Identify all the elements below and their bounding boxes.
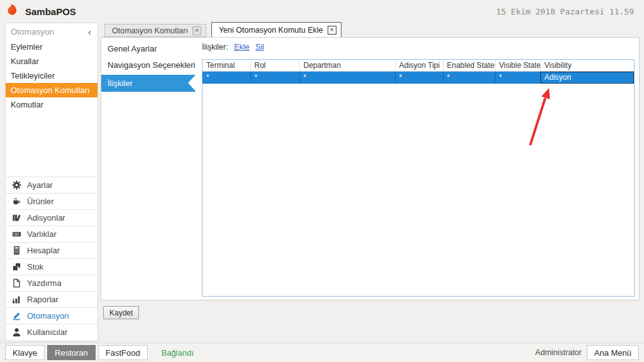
sidebar-item-otomasyon[interactable]: Otomasyon bbox=[6, 307, 97, 324]
boxes-icon bbox=[11, 262, 21, 272]
table-cell[interactable]: * bbox=[203, 72, 250, 84]
app-title: SambaPOS bbox=[25, 6, 76, 17]
column-header-visibility[interactable]: Visibility bbox=[540, 60, 634, 72]
menu-label: Stok bbox=[27, 262, 43, 272]
sidebar-item-eylemler[interactable]: Eylemler bbox=[6, 40, 97, 54]
sidebar-item-komutlar[interactable]: Komutlar bbox=[6, 97, 97, 112]
column-header-adisyon-tipi[interactable]: Adisyon Tipi bbox=[395, 60, 443, 72]
menu-label: Hesaplar bbox=[27, 246, 60, 255]
menu-label: Raporlar bbox=[27, 295, 58, 304]
menu-label: Ayarlar bbox=[27, 180, 53, 190]
table-header-row: Terminal Rol Departman Adisyon Tipi Enab… bbox=[203, 60, 634, 72]
column-header-terminal[interactable]: Terminal bbox=[203, 60, 250, 72]
gear-icon bbox=[11, 180, 21, 190]
keyboard-icon bbox=[11, 229, 21, 239]
tab-label: Otomasyon Komutları bbox=[112, 26, 188, 35]
sidebar-item-hesaplar[interactable]: Hesaplar bbox=[6, 242, 97, 258]
editor-nav: Genel Ayarlar Navigasyon Seçenekleri İli… bbox=[101, 38, 196, 300]
department-fastfood-button[interactable]: FastFood bbox=[98, 345, 148, 360]
table-cell[interactable]: * bbox=[299, 72, 395, 84]
keyboard-button[interactable]: Klavye bbox=[5, 345, 45, 360]
menu-label: Adisyonlar bbox=[27, 213, 65, 222]
sidebar-item-ayarlar[interactable]: Ayarlar bbox=[6, 177, 97, 193]
table-cell[interactable]: * bbox=[443, 72, 495, 84]
nav-item-iliskiler[interactable]: İlişkiler bbox=[101, 75, 196, 92]
status-bar: Klavye Restoran FastFood Bağlandı Admini… bbox=[0, 343, 644, 362]
document-icon bbox=[11, 278, 21, 288]
menu-label: Varlıklar bbox=[27, 229, 57, 239]
table-cell[interactable]: * bbox=[250, 72, 299, 84]
clock-datetime: 15 Ekim 2018 Pazartesi 11.59 bbox=[496, 7, 636, 16]
sidebar-item-kullanicilar[interactable]: Kullanıcılar bbox=[6, 324, 97, 340]
table-cell-visibility[interactable]: Adisyon bbox=[540, 72, 634, 84]
relations-table: Terminal Rol Departman Adisyon Tipi Enab… bbox=[202, 59, 635, 297]
sidebar-module-menu: Ayarlar Ürünler bbox=[6, 177, 97, 340]
relations-toolbar: İlişkiler: Ekle Sil bbox=[202, 43, 264, 52]
column-header-visible-states[interactable]: Visible States bbox=[495, 60, 540, 72]
sidebar-item-raporlar[interactable]: Raporlar bbox=[6, 291, 97, 307]
main-menu-button[interactable]: Ana Menü bbox=[587, 345, 639, 360]
close-icon[interactable]: × bbox=[192, 26, 201, 35]
chevron-left-icon[interactable]: ‹ bbox=[88, 26, 91, 37]
sidebar-item-urunler[interactable]: Ürünler bbox=[6, 193, 97, 209]
pencil-icon bbox=[11, 311, 21, 321]
relations-label: İlişkiler: bbox=[202, 43, 228, 52]
sidebar-item-stok[interactable]: Stok bbox=[6, 258, 97, 275]
editor-panel: Genel Ayarlar Navigasyon Seçenekleri İli… bbox=[101, 37, 640, 300]
table-cell[interactable]: * bbox=[495, 72, 540, 84]
connection-status: Bağlandı bbox=[162, 348, 194, 358]
app-window: SambaPOS 15 Ekim 2018 Pazartesi 11.59 Ot… bbox=[0, 0, 644, 362]
save-button[interactable]: Kaydet bbox=[103, 306, 139, 319]
bar-chart-icon bbox=[11, 295, 21, 305]
books-icon bbox=[11, 213, 21, 223]
column-header-rol[interactable]: Rol bbox=[250, 60, 299, 72]
tab-label: Yeni Otomasyon Komutu Ekle bbox=[219, 26, 323, 35]
menu-label: Kullanıcılar bbox=[27, 327, 67, 337]
tab-otomasyon-komutlari[interactable]: Otomasyon Komutları × bbox=[104, 24, 206, 37]
add-link[interactable]: Ekle bbox=[234, 43, 249, 52]
menu-label: Yazdırma bbox=[27, 278, 62, 288]
flame-icon bbox=[8, 3, 21, 19]
nav-item-genel-ayarlar[interactable]: Genel Ayarlar bbox=[101, 41, 196, 57]
sidebar-item-tetikleyiciler[interactable]: Tetikleyiciler bbox=[6, 69, 97, 83]
table-row[interactable]: * * * * * * Adisyon bbox=[203, 72, 634, 84]
sidebar-header-label: Otomasyon bbox=[11, 27, 54, 36]
menu-label: Otomasyon bbox=[27, 311, 69, 321]
user-icon bbox=[11, 327, 21, 337]
department-restoran-button[interactable]: Restoran bbox=[47, 345, 96, 360]
sidebar-item-otomasyon-komutlari[interactable]: Otomasyon Komutları bbox=[6, 83, 97, 97]
top-bar: SambaPOS 15 Ekim 2018 Pazartesi 11.59 bbox=[0, 0, 644, 23]
tab-strip: Otomasyon Komutları × Yeni Otomasyon Kom… bbox=[101, 23, 341, 37]
column-header-enabled-states[interactable]: Enabled States bbox=[443, 60, 495, 72]
column-header-departman[interactable]: Departman bbox=[299, 60, 395, 72]
tab-yeni-otomasyon-komutu-ekle[interactable]: Yeni Otomasyon Komutu Ekle × bbox=[211, 22, 341, 37]
close-icon[interactable]: × bbox=[328, 26, 336, 35]
sidebar-item-kurallar[interactable]: Kurallar bbox=[6, 54, 97, 69]
coffee-icon bbox=[11, 197, 21, 207]
calculator-icon bbox=[11, 246, 21, 256]
sidebar-item-yazdirma[interactable]: Yazdırma bbox=[6, 275, 97, 291]
statusbar-right: Administrator Ana Menü bbox=[535, 345, 639, 360]
sidebar-item-varliklar[interactable]: Varlıklar bbox=[6, 226, 97, 242]
sidebar: Otomasyon ‹ Eylemler Kurallar Tetikleyic… bbox=[5, 23, 98, 341]
sidebar-item-adisyonlar[interactable]: Adisyonlar bbox=[6, 209, 97, 226]
table-cell[interactable]: * bbox=[395, 72, 443, 84]
nav-item-navigasyon-secenekleri[interactable]: Navigasyon Seçenekleri bbox=[101, 57, 196, 74]
menu-label: Ürünler bbox=[27, 197, 54, 206]
current-user: Administrator bbox=[535, 348, 582, 357]
sidebar-header: Otomasyon ‹ bbox=[6, 23, 97, 40]
app-logo: SambaPOS bbox=[8, 3, 76, 19]
delete-link[interactable]: Sil bbox=[255, 43, 264, 52]
